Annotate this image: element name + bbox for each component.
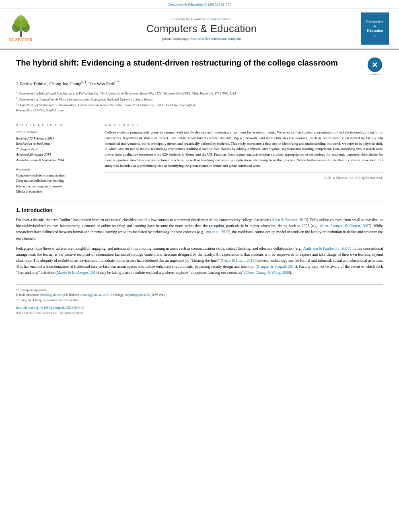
email-chung-name: (C.J. Chung),	[107, 293, 125, 297]
ref-anderson-krathwohl-2001[interactable]: Anderson & Krathwohl, 2001	[303, 246, 349, 251]
affiliations: a Department of Educational Leadership a…	[16, 90, 383, 113]
journal-title: Computers & Education	[146, 23, 257, 35]
keyword-3: Interactive learning environments	[16, 184, 97, 189]
crossmark-text: CrossMark	[368, 73, 381, 76]
contents-text: Contents lists available at	[173, 17, 210, 21]
article-info-abstract-section: A R T I C L E I N F O Article history: R…	[16, 118, 383, 195]
journal-header: ELSEVIER Contents lists available at Sci…	[0, 8, 399, 49]
cofirst-note: 1 Chung Joo Chung is considered co-first…	[16, 298, 383, 303]
section-divider	[16, 201, 383, 201]
author-1-sup: a	[46, 80, 47, 84]
abstract-column: A B S T R A C T College students progres…	[105, 123, 383, 195]
intro-paragraph-2: Pedagogics hope these structures are tho…	[16, 246, 383, 276]
email-chung[interactable]: cjchung@knu.ac.kr	[80, 293, 105, 297]
intro-number: 1.	[16, 207, 21, 213]
author-2-sup: b, 1	[81, 80, 86, 84]
svg-point-5	[14, 19, 21, 27]
journal-reference-text: Computers & Education 80 (2015) 162–175	[168, 2, 232, 6]
author-3-sup: c, *	[114, 80, 119, 84]
elsevier-wordmark: ELSEVIER	[9, 37, 33, 42]
doi-line: http://dx.doi.org/10.1016/j.compedu.2014…	[16, 306, 383, 310]
email-biddix[interactable]: pbiddix@utk.edu	[40, 293, 62, 297]
homepage-link[interactable]: www.elsevier.com/locate/compedu	[190, 37, 241, 41]
author-2: Chung Joo Chung	[49, 81, 81, 86]
affiliation-c: c Department of Media and Communication,…	[16, 102, 383, 113]
keyword-2: Cooperative/collaborative learning	[16, 178, 97, 184]
ref-allen-seaman-2013[interactable]: Allen & Seaman, 2013	[271, 218, 307, 222]
keywords-list: Computer-mediated communication Cooperat…	[16, 173, 97, 195]
cover-placeholder: Computers&Education 80	[361, 12, 389, 45]
article-info-column: A R T I C L E I N F O Article history: R…	[16, 123, 97, 195]
author-1: J. Patrick Biddix	[16, 81, 46, 86]
history-online: Available online 8 September 2014	[16, 158, 97, 163]
cover-details: 80	[374, 35, 376, 38]
article-title-section: The hybrid shift: Evidencing a student-d…	[16, 58, 383, 76]
email-addresses-line: E-mail addresses: pbiddix@utk.edu (J.P. …	[16, 293, 383, 298]
doi-link[interactable]: http://dx.doi.org/10.1016/j.compedu.2014…	[16, 306, 84, 310]
history-received: Received 12 February 2014	[16, 136, 97, 142]
article-info-header: A R T I C L E I N F O	[16, 123, 97, 127]
affiliation-b: b Department of Journalism & Mass Commun…	[16, 96, 383, 102]
email-park[interactable]: hanpark@ynu.ac.kr	[125, 293, 150, 297]
keywords-label: Keywords:	[16, 167, 97, 171]
authors-line: J. Patrick Biddixa, Chung Joo Chungb, 1,…	[16, 80, 383, 87]
svg-point-6	[21, 19, 27, 27]
abstract-copyright: © 2014 Elsevier Ltd. All rights reserved…	[105, 172, 383, 180]
author-3: Han Woo Park	[88, 81, 114, 86]
page: Computers & Education 80 (2015) 162–175 …	[0, 0, 399, 532]
ref-wu-2012[interactable]: Wu et al., 2012	[206, 230, 229, 234]
intro-title-text: Introduction	[22, 207, 52, 213]
email-biddix-name: (J.P. Biddix),	[63, 293, 80, 297]
journal-homepage: journal homepage: www.elsevier.com/locat…	[162, 37, 241, 41]
introduction-title: 1. Introduction	[16, 207, 383, 213]
article-history-label: Article history:	[16, 130, 97, 134]
keyword-1: Computer-mediated communication	[16, 173, 97, 179]
contents-line: Contents lists available at ScienceDirec…	[173, 17, 231, 21]
intro-paragraph-1: For over a decade, the term "online" has…	[16, 217, 383, 242]
crossmark-svg	[370, 60, 379, 69]
sciencedirect-link[interactable]: ScienceDirect	[210, 17, 230, 21]
ref-allen-seaman-garrett-2007[interactable]: Allen, Seaman, & Garrett, 2007	[320, 224, 370, 228]
history-items: Received 12 February 2014 Received in re…	[16, 136, 97, 163]
ref-martin-ertzberger-2013[interactable]: Martin & Ertzberger, 2013	[57, 271, 97, 275]
history-accepted: Accepted 26 August 2014	[16, 152, 97, 158]
history-revised-date: 25 August 2014	[16, 147, 97, 152]
ref-chen-chang-wang-2008[interactable]: Chen, Chang, & Wang, 2008	[246, 271, 290, 275]
email-park-name: (H.W. Park).	[151, 293, 167, 297]
crossmark-icon[interactable]	[368, 58, 382, 72]
journal-reference-bar: Computers & Education 80 (2015) 162–175	[0, 0, 399, 8]
journal-cover-image: Computers&Education 80	[359, 12, 391, 45]
abstract-header: A B S T R A C T	[105, 123, 383, 127]
elsevier-logo: ELSEVIER	[4, 12, 44, 45]
journal-center: Contents lists available at ScienceDirec…	[50, 12, 353, 45]
svg-rect-0	[20, 31, 22, 37]
history-revised-label: Received in revised form	[16, 141, 97, 147]
ref-dringus-seagull-2014[interactable]: Dringus & Seagull, 2014	[257, 265, 296, 269]
crossmark-badge-area: CrossMark	[367, 58, 383, 76]
article-body: The hybrid shift: Evidencing a student-d…	[0, 49, 399, 323]
elsevier-tree-icon	[9, 15, 33, 37]
cover-label: Computers&Education	[366, 19, 384, 33]
homepage-text: journal homepage:	[162, 37, 189, 41]
footnotes: * Corresponding author. E-mail addresses…	[16, 284, 383, 303]
ref-gikas-grant-2013[interactable]: Gikas & Grant, 2013	[222, 259, 254, 263]
email-label: E-mail addresses:	[16, 293, 40, 297]
corresponding-author-note: * Corresponding author.	[16, 288, 383, 293]
affiliation-a: a Department of Educational Leadership a…	[16, 90, 383, 96]
keyword-4: Media in education	[16, 189, 97, 195]
abstract-text: College students progressively come to c…	[105, 130, 383, 169]
article-title: The hybrid shift: Evidencing a student-d…	[16, 58, 361, 68]
footer-copyright: 0360-1315/© 2014 Elsevier Ltd. All right…	[16, 311, 383, 315]
